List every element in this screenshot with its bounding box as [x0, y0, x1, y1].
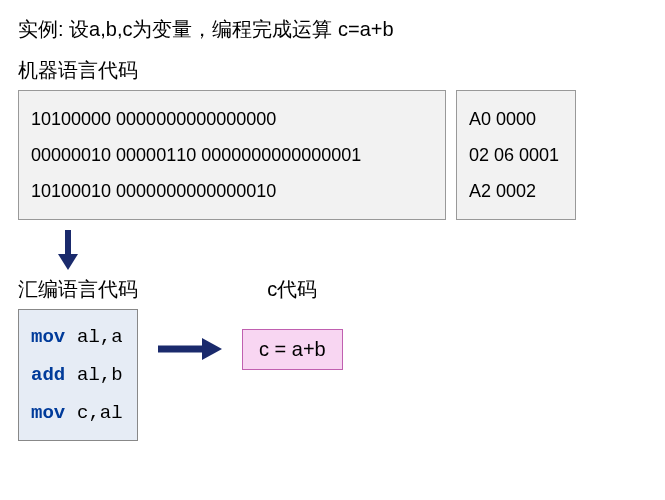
asm-code-line: addal,b: [31, 356, 125, 394]
c-code-box: c = a+b: [242, 329, 343, 370]
arrow-down-icon: [58, 230, 647, 270]
asm-args: al,a: [77, 326, 123, 348]
asm-op: add: [31, 356, 77, 394]
machine-code-box: 10100000 0000000000000000 00000010 00000…: [18, 90, 446, 220]
machine-code-label: 机器语言代码: [18, 57, 647, 84]
hex-code-line: A0 0000: [469, 101, 563, 137]
hex-code-box: A0 0000 02 06 0001 A2 0002: [456, 90, 576, 220]
svg-marker-1: [58, 254, 78, 270]
svg-marker-3: [202, 338, 222, 360]
bottom-row: 汇编语言代码 moval,a addal,b movc,al c代码 c = a…: [18, 276, 647, 441]
asm-args: al,b: [77, 364, 123, 386]
asm-op: mov: [31, 318, 77, 356]
asm-code-box: moval,a addal,b movc,al: [18, 309, 138, 441]
page-title: 实例: 设a,b,c为变量，编程完成运算 c=a+b: [18, 16, 647, 43]
asm-code-line: moval,a: [31, 318, 125, 356]
c-code-label: c代码: [267, 276, 317, 303]
asm-code-label: 汇编语言代码: [18, 276, 138, 303]
asm-code-line: movc,al: [31, 394, 125, 432]
arrow-right-icon: [158, 338, 222, 360]
machine-code-line: 10100010 0000000000000010: [31, 173, 433, 209]
machine-code-line: 10100000 0000000000000000: [31, 101, 433, 137]
hex-code-line: A2 0002: [469, 173, 563, 209]
machine-code-line: 00000010 00000110 0000000000000001: [31, 137, 433, 173]
hex-code-line: 02 06 0001: [469, 137, 563, 173]
asm-args: c,al: [77, 402, 123, 424]
asm-op: mov: [31, 394, 77, 432]
code-boxes-row: 10100000 0000000000000000 00000010 00000…: [18, 90, 647, 220]
